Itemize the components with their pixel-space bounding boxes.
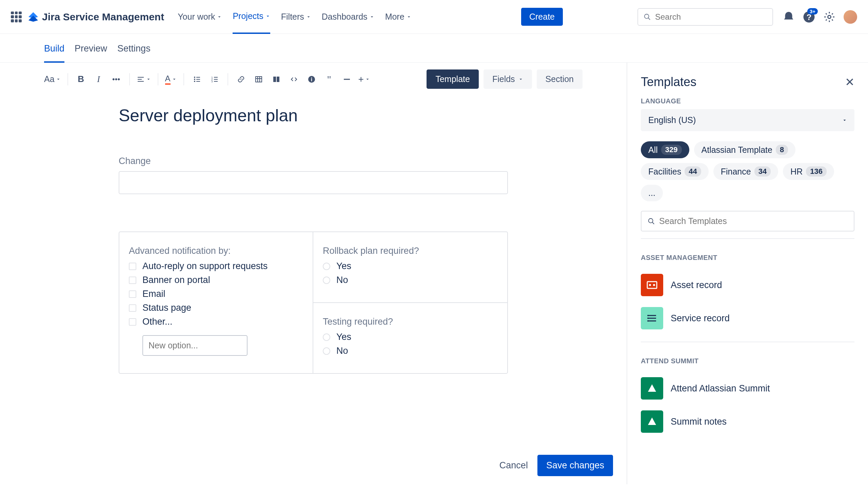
bold-icon[interactable]: B bbox=[75, 73, 87, 85]
radio-icon bbox=[323, 277, 330, 284]
search-input[interactable] bbox=[655, 12, 767, 22]
new-option-input[interactable] bbox=[142, 335, 248, 356]
help-icon[interactable]: ? 3+ bbox=[803, 11, 815, 23]
radio-option[interactable]: No bbox=[323, 346, 498, 356]
radio-icon bbox=[323, 333, 330, 341]
templates-search-input[interactable] bbox=[659, 216, 848, 226]
option-label: Yes bbox=[336, 261, 351, 271]
chip-label: Atlassian Template bbox=[702, 145, 772, 155]
template-name: Service record bbox=[671, 313, 730, 324]
template-item[interactable]: Asset record bbox=[641, 268, 854, 302]
option-label: No bbox=[336, 275, 348, 285]
settings-icon[interactable] bbox=[823, 11, 835, 23]
filter-chip[interactable]: Finance34 bbox=[713, 163, 778, 180]
nav-dashboards[interactable]: Dashboards bbox=[322, 0, 374, 34]
radio-option[interactable]: Yes bbox=[323, 261, 498, 271]
insert-dropdown[interactable]: + bbox=[358, 73, 370, 85]
tab-settings[interactable]: Settings bbox=[117, 43, 151, 62]
jira-logo-icon bbox=[28, 12, 39, 22]
svg-point-22 bbox=[647, 315, 649, 316]
checkbox-option[interactable]: Other... bbox=[129, 317, 303, 327]
fields-button[interactable]: Fields bbox=[484, 69, 532, 89]
user-avatar[interactable] bbox=[844, 10, 857, 24]
testing-label: Testing required? bbox=[323, 317, 498, 327]
tab-preview[interactable]: Preview bbox=[75, 43, 107, 62]
nav-more[interactable]: More bbox=[385, 0, 411, 34]
more-formatting-icon[interactable]: ••• bbox=[110, 73, 122, 85]
tab-build[interactable]: Build bbox=[44, 43, 64, 63]
nav-filters[interactable]: Filters bbox=[281, 0, 311, 34]
save-changes-button[interactable]: Save changes bbox=[537, 455, 613, 476]
text-style-dropdown[interactable]: Aa bbox=[44, 73, 61, 85]
template-item[interactable]: Summit notes bbox=[641, 405, 854, 438]
radio-option[interactable]: No bbox=[323, 275, 498, 285]
document-title[interactable]: Server deployment plan bbox=[119, 106, 508, 125]
info-icon[interactable]: i bbox=[305, 73, 318, 85]
template-name: Asset record bbox=[671, 280, 722, 290]
link-icon[interactable] bbox=[235, 73, 247, 85]
option-label: Auto-reply on support requests bbox=[142, 261, 268, 271]
divider-icon[interactable] bbox=[341, 73, 353, 85]
chevron-down-icon bbox=[265, 14, 270, 19]
option-label: Banner on portal bbox=[142, 275, 210, 285]
filter-chip[interactable]: Atlassian Template8 bbox=[694, 141, 796, 158]
templates-search[interactable] bbox=[641, 211, 854, 231]
option-label: Status page bbox=[142, 303, 191, 313]
italic-icon[interactable]: I bbox=[93, 73, 105, 85]
template-icon bbox=[641, 377, 663, 400]
template-button[interactable]: Template bbox=[427, 69, 478, 89]
template-item[interactable]: Service record bbox=[641, 302, 854, 335]
cancel-button[interactable]: Cancel bbox=[499, 460, 528, 471]
language-select[interactable]: English (US) bbox=[641, 109, 854, 131]
svg-point-5 bbox=[194, 77, 195, 78]
chevron-down-icon bbox=[217, 15, 222, 19]
bullet-list-icon[interactable] bbox=[191, 73, 203, 85]
numbered-list-icon[interactable]: 123 bbox=[209, 73, 221, 85]
checkbox-option[interactable]: Banner on portal bbox=[129, 275, 303, 285]
change-input[interactable] bbox=[119, 171, 508, 194]
chip-count: 8 bbox=[776, 145, 788, 155]
svg-line-18 bbox=[652, 222, 654, 224]
quote-icon[interactable]: " bbox=[323, 73, 335, 85]
layout-icon[interactable] bbox=[270, 73, 282, 85]
template-name: Summit notes bbox=[671, 416, 727, 427]
global-search[interactable] bbox=[637, 8, 773, 26]
section-button[interactable]: Section bbox=[537, 69, 583, 89]
radio-option[interactable]: Yes bbox=[323, 332, 498, 342]
checkbox-option[interactable]: Status page bbox=[129, 303, 303, 313]
table-icon[interactable] bbox=[253, 73, 265, 85]
svg-text:i: i bbox=[311, 77, 312, 82]
nav-your-work[interactable]: Your work bbox=[178, 0, 222, 34]
text-color-dropdown[interactable]: A bbox=[165, 73, 177, 85]
chip-count: 329 bbox=[661, 145, 682, 155]
checkbox-option[interactable]: Auto-reply on support requests bbox=[129, 261, 303, 271]
svg-rect-13 bbox=[277, 77, 279, 82]
code-icon[interactable] bbox=[288, 73, 300, 85]
checkbox-option[interactable]: Email bbox=[129, 289, 303, 299]
close-icon[interactable]: ✕ bbox=[845, 75, 854, 89]
nav-projects[interactable]: Projects bbox=[233, 0, 270, 34]
filter-chip[interactable]: HR136 bbox=[783, 163, 834, 180]
checkbox-icon bbox=[129, 263, 136, 270]
option-label: No bbox=[336, 346, 348, 356]
product-logo[interactable]: Jira Service Management bbox=[28, 11, 164, 23]
svg-rect-12 bbox=[273, 77, 276, 82]
align-dropdown[interactable] bbox=[137, 73, 151, 85]
svg-rect-19 bbox=[647, 282, 657, 288]
svg-line-1 bbox=[648, 18, 650, 20]
filter-chip[interactable]: Facilities44 bbox=[641, 163, 709, 180]
svg-point-6 bbox=[194, 79, 195, 80]
filter-chip[interactable]: All329 bbox=[641, 141, 689, 158]
create-button[interactable]: Create bbox=[521, 8, 563, 26]
chevron-down-icon bbox=[842, 118, 847, 123]
app-switcher-icon[interactable] bbox=[11, 12, 22, 22]
chip-count: 34 bbox=[754, 166, 771, 177]
checkbox-icon bbox=[129, 318, 136, 326]
help-badge: 3+ bbox=[807, 8, 818, 15]
template-item[interactable]: Attend Atlassian Summit bbox=[641, 372, 854, 405]
more-chips[interactable]: ... bbox=[641, 185, 663, 201]
templates-panel-title: Templates bbox=[641, 75, 696, 89]
checkbox-icon bbox=[129, 277, 136, 284]
notifications-icon[interactable] bbox=[783, 11, 795, 23]
checkbox-icon bbox=[129, 290, 136, 298]
